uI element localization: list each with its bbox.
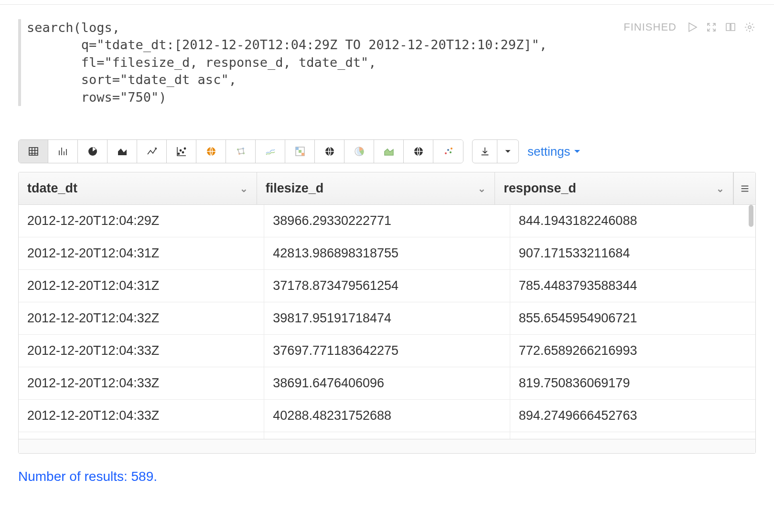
table-cell: 40288.48231752688: [264, 400, 510, 432]
column-label: filesize_d: [266, 181, 324, 196]
table-footer: [19, 439, 755, 453]
table-cell: 42813.986898318755: [264, 237, 510, 269]
table-cell: 894.2749666452763: [510, 400, 755, 432]
multi-line-button[interactable]: [256, 140, 285, 163]
table-cell: 785.4483793588344: [510, 270, 755, 302]
table-cell: 39817.95191718474: [264, 302, 510, 334]
settings-link[interactable]: settings: [527, 144, 581, 159]
heatmap-button[interactable]: [285, 140, 315, 163]
table-cell: 2012-12-20T12:04:31Z: [19, 237, 264, 269]
download-group: [472, 139, 519, 163]
scroll-thumb[interactable]: [749, 205, 753, 227]
table-cell: 37178.873479561254: [264, 270, 510, 302]
status-label: FINISHED: [624, 21, 677, 33]
run-button[interactable]: [686, 21, 699, 33]
collapse-icon[interactable]: [705, 21, 718, 33]
chevron-down-icon: ⌄: [240, 183, 248, 194]
scatter-chart-button[interactable]: [167, 140, 196, 163]
table-row[interactable]: 2012-12-20T12:04:29Z38966.29330222771844…: [19, 205, 755, 237]
table-cell: 2012-12-20T12:04:29Z: [19, 205, 264, 237]
svg-rect-15: [299, 150, 301, 153]
book-icon[interactable]: [724, 21, 737, 33]
svg-point-23: [451, 148, 452, 149]
bar-chart-button[interactable]: [48, 140, 78, 163]
table-row[interactable]: 2012-12-20T12:04:34Z38186.02224113228822…: [19, 432, 755, 439]
column-label: response_d: [504, 181, 576, 196]
table-cell: 38691.6476406096: [264, 367, 510, 399]
code-line: q="tdate_dt:[2012-12-20T12:04:29Z TO 201…: [27, 37, 547, 52]
svg-rect-2: [29, 148, 38, 155]
svg-rect-16: [301, 153, 304, 156]
code-gutter: [18, 19, 21, 106]
network-chart-button[interactable]: [226, 140, 256, 163]
table-row[interactable]: 2012-12-20T12:04:31Z42813.98689831875590…: [19, 237, 755, 270]
svg-point-1: [748, 26, 751, 29]
code-line: fl="filesize_d, response_d, tdate_dt",: [27, 55, 376, 70]
table-cell: 37697.771183642275: [264, 335, 510, 367]
table-cell: 855.6545954906721: [510, 302, 755, 334]
code-line: search(logs,: [27, 20, 120, 35]
download-caret-button[interactable]: [497, 140, 518, 163]
code-editor[interactable]: search(logs, q="tdate_dt:[2012-12-20T12:…: [27, 19, 547, 106]
table-cell: 2012-12-20T12:04:32Z: [19, 302, 264, 334]
pie-chart-button[interactable]: [78, 140, 108, 163]
globe-dark2-button[interactable]: [404, 140, 433, 163]
chevron-down-icon: ⌄: [478, 183, 486, 194]
svg-point-7: [184, 148, 185, 149]
svg-point-21: [447, 149, 449, 151]
table-cell: 2012-12-20T12:04:34Z: [19, 432, 264, 439]
area-chart-button[interactable]: [108, 140, 137, 163]
column-header-response[interactable]: response_d ⌄: [495, 172, 733, 204]
table-row[interactable]: 2012-12-20T12:04:31Z37178.87347956125478…: [19, 270, 755, 302]
table-cell: 907.171533211684: [510, 237, 755, 269]
results-count: Number of results: 589.: [0, 454, 774, 500]
column-header-tdate[interactable]: tdate_dt ⌄: [19, 172, 257, 204]
table-row[interactable]: 2012-12-20T12:04:33Z37697.77118364227577…: [19, 335, 755, 367]
svg-point-4: [178, 153, 179, 155]
table-cell: 2012-12-20T12:04:33Z: [19, 335, 264, 367]
table-cell: 2012-12-20T12:04:33Z: [19, 367, 264, 399]
svg-point-5: [180, 150, 181, 151]
line-chart-button[interactable]: [137, 140, 167, 163]
settings-label: settings: [527, 144, 570, 159]
viz-buttons: [18, 139, 463, 163]
svg-point-22: [450, 151, 452, 153]
vertical-scrollbar[interactable]: [747, 202, 754, 431]
svg-marker-0: [689, 23, 697, 32]
caret-down-icon: [573, 148, 581, 155]
globe-dark-button[interactable]: [315, 140, 344, 163]
table-cell: 822.1857865751405: [510, 432, 755, 439]
table-cell: 38966.29330222771: [264, 205, 510, 237]
svg-point-6: [182, 152, 183, 153]
globe-orange-button[interactable]: [196, 140, 226, 163]
table-cell: 2012-12-20T12:04:31Z: [19, 270, 264, 302]
code-line: sort="tdate_dt asc",: [27, 72, 236, 87]
results-table: tdate_dt ⌄ filesize_d ⌄ response_d ⌄ 201…: [18, 172, 756, 454]
color-area-button[interactable]: [374, 140, 404, 163]
color-pie-button[interactable]: [344, 140, 374, 163]
color-scatter-button[interactable]: [433, 140, 463, 163]
svg-point-20: [445, 152, 447, 154]
gear-icon[interactable]: [743, 21, 756, 33]
table-cell: 38186.02224113228: [264, 432, 510, 439]
column-header-filesize[interactable]: filesize_d ⌄: [257, 172, 495, 204]
table-cell: 2012-12-20T12:04:33Z: [19, 400, 264, 432]
table-cell: 844.1943182246088: [510, 205, 755, 237]
download-button[interactable]: [473, 140, 497, 163]
table-row[interactable]: 2012-12-20T12:04:33Z38691.6476406096819.…: [19, 367, 755, 400]
chevron-down-icon: ⌄: [716, 183, 724, 194]
table-row[interactable]: 2012-12-20T12:04:32Z39817.95191718474855…: [19, 302, 755, 335]
svg-rect-14: [296, 147, 299, 150]
code-line: rows="750"): [27, 90, 167, 105]
table-cell: 819.750836069179: [510, 367, 755, 399]
table-cell: 772.6589266216993: [510, 335, 755, 367]
table-view-button[interactable]: [19, 140, 48, 163]
column-label: tdate_dt: [27, 181, 77, 196]
table-menu-button[interactable]: [733, 172, 755, 204]
table-row[interactable]: 2012-12-20T12:04:33Z40288.48231752688894…: [19, 400, 755, 432]
